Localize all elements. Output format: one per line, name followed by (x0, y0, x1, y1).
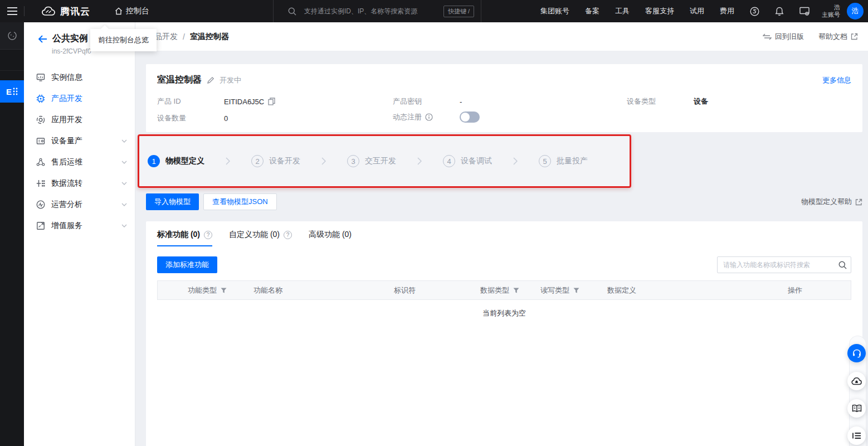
tab-advanced-functions[interactable]: 高级功能 (0) (309, 230, 352, 246)
sync-circle-icon[interactable] (7, 30, 18, 41)
product-header: 室温控制器 开发中 (157, 74, 241, 86)
global-search-input[interactable] (304, 7, 443, 15)
sidebar: 公共实例 ins-2fCVPqf0 实例信息 产品开发 应用开发 设备量产 售后… (24, 22, 135, 446)
sidebar-item-operation-analysis[interactable]: 运营分析 (24, 194, 135, 215)
function-tabs: 标准功能 (0) ? 自定义功能 (0) ? 高级功能 (0) (157, 221, 851, 246)
cloud-message-button[interactable] (847, 372, 866, 390)
sidebar-item-data-flow[interactable]: 数据流转 (24, 173, 135, 194)
search-icon[interactable] (834, 257, 851, 273)
notifications-bell-icon[interactable] (775, 7, 784, 16)
help-question-icon[interactable]: ? (284, 231, 292, 239)
console-settings-icon[interactable] (799, 7, 810, 16)
sidebar-item-value-added[interactable]: 增值服务 (24, 215, 135, 236)
step-device-debug[interactable]: 4 设备调试 (443, 155, 492, 167)
target-icon (36, 115, 45, 124)
rail-section-gap (0, 50, 24, 71)
main-content: 产品开发 / 室温控制器 回到旧版 帮助文档 室温控制器 开发中 更多信息 产品 (135, 22, 868, 446)
nav-divider (24, 6, 25, 16)
customer-service-button[interactable] (847, 344, 866, 362)
help-question-icon[interactable]: ? (204, 231, 212, 239)
nav-item-group-account[interactable]: 集团账号 (540, 6, 569, 16)
step-interaction-dev[interactable]: 3 交互开发 (347, 155, 396, 167)
tab-standard-functions[interactable]: 标准功能 (0) ? (157, 230, 212, 246)
data-flow-icon (36, 179, 45, 188)
sidebar-item-label: 实例信息 (51, 72, 82, 83)
column-data-definition: 数据定义 (607, 285, 788, 295)
quick-settings-button[interactable] (847, 426, 866, 445)
sidebar-item-label: 增值服务 (51, 221, 82, 231)
breadcrumb-separator: / (183, 32, 185, 41)
chevron-right-icon (321, 157, 326, 165)
column-function-name: 功能名称 (253, 285, 394, 295)
edit-pencil-icon[interactable] (207, 76, 214, 84)
table-header: 功能类型 功能名称 标识符 数据类型 读写类型 数据定义 操作 (157, 280, 851, 300)
filter-icon[interactable] (221, 288, 227, 293)
model-definition-help-link[interactable]: 物模型定义帮助 (801, 197, 862, 207)
sidebar-item-after-sales[interactable]: 售后运维 (24, 152, 135, 173)
avatar[interactable]: 浩 (847, 3, 864, 20)
back-to-old-version-link[interactable]: 回到旧版 (763, 32, 804, 42)
console-label: 控制台 (126, 6, 149, 16)
product-key-value: - (460, 98, 462, 106)
nav-item-support[interactable]: 客服支持 (645, 6, 674, 16)
function-panel-card: 标准功能 (0) ? 自定义功能 (0) ? 高级功能 (0) 添加标准功能 (146, 221, 862, 446)
cloud-bell-icon (851, 377, 862, 386)
rail-item-iot-explorer[interactable]: E (0, 80, 24, 103)
nav-item-trial[interactable]: 试用 (690, 6, 704, 16)
model-actions-row: 导入物模型 查看物模型JSON 物模型定义帮助 (146, 193, 862, 210)
user-info[interactable]: 浩 主账号 (822, 4, 840, 18)
dynamic-register-toggle[interactable] (460, 112, 480, 123)
console-nav-link[interactable]: 控制台 (115, 6, 149, 16)
sidebar-item-label: 售后运维 (51, 157, 82, 167)
iot-explorer-icon: E (6, 87, 18, 96)
chevron-right-icon (513, 157, 518, 165)
swap-arrows-icon (763, 33, 772, 40)
tencent-cloud-logo[interactable]: 腾讯云 (41, 5, 90, 18)
product-id-value: EITIDA6J5C (224, 98, 264, 106)
column-identifier: 标识符 (394, 285, 480, 295)
field-device-count: 设备数量 0 (157, 113, 228, 123)
console-overview-tooltip: 前往控制台总览 (90, 29, 157, 51)
add-standard-function-button[interactable]: 添加标准功能 (157, 256, 217, 273)
filter-icon[interactable] (573, 288, 579, 293)
back-arrow-icon[interactable] (38, 35, 47, 43)
device-type-value: 设备 (694, 96, 708, 106)
card-list-icon (36, 137, 45, 146)
annotation-highlight-box: 1 物模型定义 2 设备开发 3 交互开发 4 设备调试 5 批量投产 (138, 134, 631, 188)
copy-icon[interactable] (268, 98, 275, 105)
nav-item-billing[interactable]: 费用 (720, 6, 734, 16)
header-actions: 回到旧版 帮助文档 (763, 32, 858, 42)
step-batch-production[interactable]: 5 批量投产 (539, 155, 588, 167)
help-doc-link[interactable]: 帮助文档 (818, 32, 858, 42)
empty-list-message: 当前列表为空 (157, 308, 851, 318)
filter-icon[interactable] (513, 288, 519, 293)
field-device-type: 设备类型 设备 (627, 96, 708, 106)
view-model-json-button[interactable]: 查看物模型JSON (203, 193, 277, 210)
ticket-icon[interactable] (750, 7, 759, 16)
more-info-link[interactable]: 更多信息 (822, 75, 851, 85)
function-search-input[interactable] (718, 261, 834, 269)
nav-item-tools[interactable]: 工具 (615, 6, 630, 16)
column-function-type: 功能类型 (188, 285, 253, 295)
step-device-dev[interactable]: 2 设备开发 (251, 155, 300, 167)
app-rail: E (0, 22, 24, 446)
sidebar-item-mass-production[interactable]: 设备量产 (24, 130, 135, 152)
documentation-button[interactable] (847, 399, 866, 418)
step-model-definition[interactable]: 1 物模型定义 (148, 155, 204, 167)
status-badge: 开发中 (220, 75, 241, 85)
sidebar-item-app-dev[interactable]: 应用开发 (24, 109, 135, 130)
info-icon[interactable] (425, 113, 433, 121)
sidebar-title: 公共实例 (52, 33, 88, 45)
user-name: 浩 (822, 4, 840, 11)
nav-item-icp[interactable]: 备案 (585, 6, 599, 16)
import-model-button[interactable]: 导入物模型 (146, 193, 199, 210)
headset-icon (852, 348, 862, 358)
sidebar-item-product-dev[interactable]: 产品开发 (24, 88, 135, 109)
chevron-down-icon (121, 203, 127, 206)
home-icon (115, 7, 123, 15)
hamburger-menu-icon[interactable] (0, 0, 24, 22)
tab-custom-functions[interactable]: 自定义功能 (0) ? (229, 230, 292, 246)
sidebar-item-instance-info[interactable]: 实例信息 (24, 67, 135, 88)
device-count-value: 0 (224, 114, 228, 123)
pulse-circle-icon (36, 200, 45, 209)
